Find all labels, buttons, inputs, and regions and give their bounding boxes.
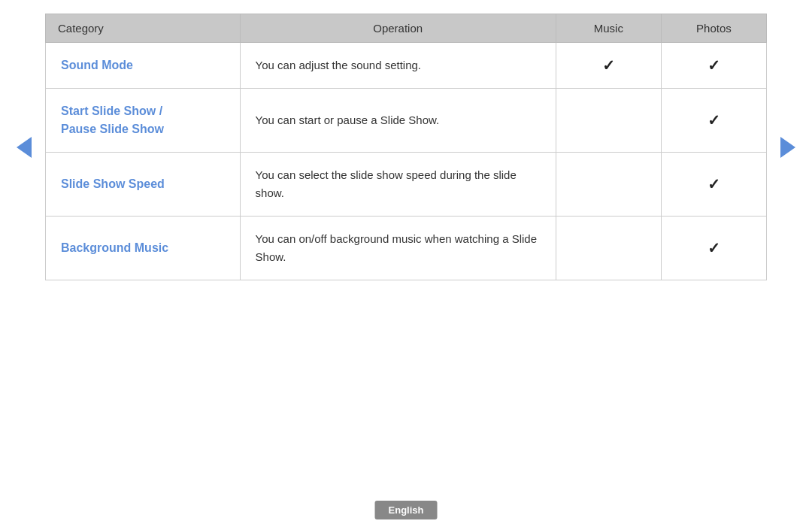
left-arrow-icon: [17, 137, 32, 158]
checkmark-photos-0: ✓: [707, 57, 720, 74]
right-arrow-icon: [780, 137, 795, 158]
nav-arrow-left[interactable]: [14, 137, 35, 158]
operation-text-2: You can select the slide show speed duri…: [256, 168, 517, 199]
nav-arrow-right[interactable]: [777, 137, 798, 158]
cell-music-1: [556, 89, 661, 153]
operation-text-3: You can on/off background music when wat…: [256, 232, 537, 263]
cell-operation-1: You can start or pause a Slide Show.: [240, 89, 556, 153]
checkmark-photos-1: ✓: [707, 112, 720, 129]
page-container: Category Operation Music Photos Sound Mo…: [0, 0, 812, 530]
cell-music-0: ✓: [556, 43, 661, 89]
cell-operation-0: You can adjust the sound setting.: [240, 43, 556, 89]
header-category: Category: [46, 14, 241, 43]
category-label-3: Background Music: [61, 241, 168, 254]
cell-operation-3: You can on/off background music when wat…: [240, 217, 556, 280]
header-photos: Photos: [661, 14, 766, 43]
header-music: Music: [556, 14, 661, 43]
category-label-1: Start Slide Show /Pause Slide Show: [61, 104, 164, 135]
cell-music-3: [556, 217, 661, 280]
cell-photos-1: ✓: [661, 89, 766, 153]
bottom-bar: English: [375, 503, 438, 516]
cell-music-2: [556, 153, 661, 217]
table-row: Start Slide Show /Pause Slide ShowYou ca…: [46, 89, 767, 153]
cell-category-0: Sound Mode: [46, 43, 241, 89]
header-operation: Operation: [240, 14, 556, 43]
cell-operation-2: You can select the slide show speed duri…: [240, 153, 556, 217]
cell-category-2: Slide Show Speed: [46, 153, 241, 217]
operation-text-1: You can start or pause a Slide Show.: [256, 114, 440, 126]
cell-photos-3: ✓: [661, 217, 766, 280]
operation-text-0: You can adjust the sound setting.: [256, 59, 421, 71]
category-label-2: Slide Show Speed: [61, 177, 165, 190]
table-wrapper: Category Operation Music Photos Sound Mo…: [45, 14, 767, 280]
cell-category-1: Start Slide Show /Pause Slide Show: [46, 89, 241, 153]
checkmark-music-0: ✓: [602, 57, 615, 74]
table-header-row: Category Operation Music Photos: [46, 14, 767, 43]
cell-photos-2: ✓: [661, 153, 766, 217]
table-row: Background MusicYou can on/off backgroun…: [46, 217, 767, 280]
checkmark-photos-2: ✓: [707, 176, 720, 192]
table-row: Sound ModeYou can adjust the sound setti…: [46, 43, 767, 89]
category-label-0: Sound Mode: [61, 59, 133, 71]
cell-photos-0: ✓: [661, 43, 766, 89]
cell-category-3: Background Music: [46, 217, 241, 280]
table-row: Slide Show SpeedYou can select the slide…: [46, 153, 767, 217]
main-table: Category Operation Music Photos Sound Mo…: [45, 14, 767, 280]
checkmark-photos-3: ✓: [707, 240, 720, 256]
language-badge: English: [375, 501, 438, 519]
